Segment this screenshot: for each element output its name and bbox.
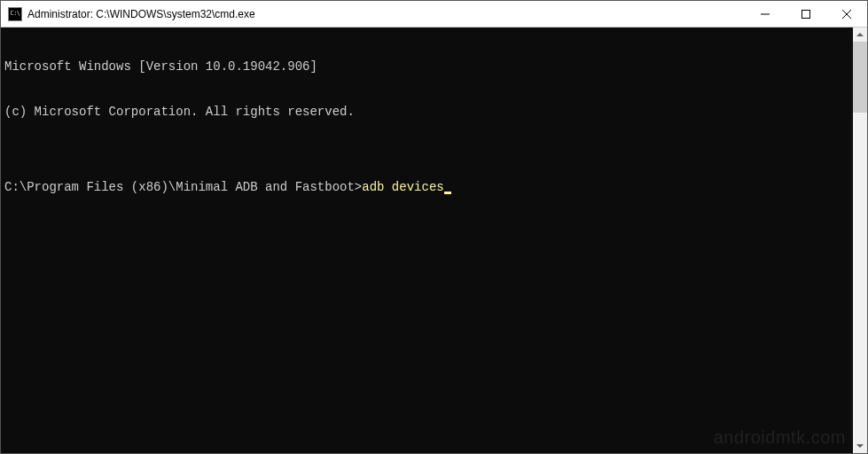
maximize-icon: [802, 10, 810, 19]
terminal-line-version: Microsoft Windows [Version 10.0.19042.90…: [4, 59, 849, 74]
cursor: [444, 192, 451, 194]
terminal-body: Microsoft Windows [Version 10.0.19042.90…: [1, 27, 867, 453]
scroll-down-button[interactable]: [853, 439, 867, 453]
chevron-down-icon: [856, 444, 864, 448]
scrollbar-track[interactable]: [853, 42, 867, 439]
cmd-icon: C:\: [8, 7, 22, 21]
terminal-prompt-line: C:\Program Files (x86)\Minimal ADB and F…: [4, 180, 849, 195]
svg-rect-1: [802, 10, 810, 18]
terminal-line-copyright: (c) Microsoft Corporation. All rights re…: [4, 105, 849, 120]
vertical-scrollbar[interactable]: [853, 27, 867, 453]
minimize-button[interactable]: [745, 1, 786, 27]
window-controls: [745, 1, 867, 27]
minimize-icon: [761, 10, 770, 19]
cmd-window: C:\ Administrator: C:\WINDOWS\system32\c…: [0, 0, 868, 454]
prompt-path: C:\Program Files (x86)\Minimal ADB and F…: [4, 180, 362, 194]
command-input: adb devices: [362, 180, 443, 194]
window-title: Administrator: C:\WINDOWS\system32\cmd.e…: [27, 8, 745, 20]
chevron-up-icon: [856, 33, 864, 36]
scrollbar-thumb[interactable]: [853, 42, 867, 113]
titlebar[interactable]: C:\ Administrator: C:\WINDOWS\system32\c…: [1, 1, 867, 27]
terminal-content[interactable]: Microsoft Windows [Version 10.0.19042.90…: [1, 27, 853, 453]
maximize-button[interactable]: [786, 1, 826, 27]
close-button[interactable]: [826, 1, 867, 27]
scroll-up-button[interactable]: [853, 27, 867, 42]
close-icon: [842, 10, 851, 19]
